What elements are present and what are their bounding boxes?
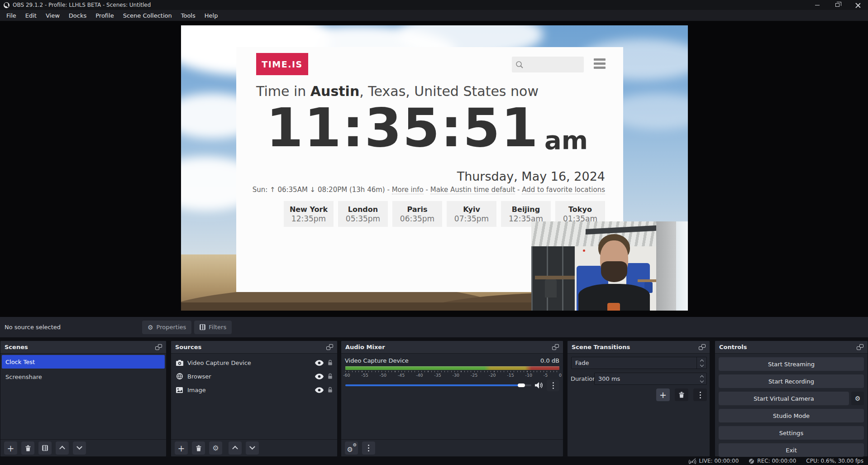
menu-docks[interactable]: Docks: [64, 10, 91, 21]
menu-help[interactable]: Help: [200, 10, 223, 21]
properties-button[interactable]: ⚙ Properties: [142, 321, 191, 334]
world-clock: New York12:35pm: [284, 201, 334, 227]
volume-meter-labels: -60-55-50-45-40-35-30-25-20-15-10-50: [343, 373, 562, 378]
add-scene-button[interactable]: +: [4, 441, 17, 455]
chevron-down-icon: [76, 444, 82, 450]
live-icon: [688, 458, 696, 464]
start-virtual-camera-button[interactable]: Start Virtual Camera: [719, 392, 849, 405]
popout-icon[interactable]: [699, 344, 706, 350]
popout-icon[interactable]: [552, 344, 559, 350]
duration-value: 300 ms: [595, 375, 697, 382]
duration-spinner[interactable]: 300 ms: [594, 373, 707, 385]
visibility-eye-icon[interactable]: [315, 387, 324, 393]
remove-scene-button[interactable]: [21, 441, 34, 455]
source-properties-button[interactable]: ⚙: [209, 441, 222, 455]
source-row-video-capture[interactable]: Video Capture Device: [171, 356, 337, 369]
webcam-person-beard: [601, 261, 627, 282]
scene-item-clock-test[interactable]: Clock Test: [2, 355, 165, 369]
image-icon: [176, 387, 183, 393]
scene-item-screenshare[interactable]: Screenshare: [2, 370, 165, 384]
studio-mode-button[interactable]: Studio Mode: [719, 409, 864, 422]
menu-tools[interactable]: Tools: [176, 10, 200, 21]
source-move-up-button[interactable]: [229, 441, 242, 455]
scenes-toolbar: +: [0, 439, 166, 456]
filters-button[interactable]: Filters: [194, 321, 232, 334]
unlock-icon[interactable]: [328, 360, 333, 366]
kebab-icon: [700, 394, 701, 396]
scene-label: Screenshare: [5, 374, 42, 380]
visibility-eye-icon[interactable]: [315, 374, 324, 379]
transition-select[interactable]: Fade: [571, 357, 707, 369]
filters-label: Filters: [209, 324, 226, 331]
unlock-icon[interactable]: [328, 387, 333, 393]
scenes-title: Scenes: [5, 344, 28, 350]
mixer-options-button[interactable]: [547, 380, 559, 391]
settings-button[interactable]: Settings: [719, 426, 864, 440]
gear-icon: ⚙: [148, 324, 153, 331]
gear-icon: ⚙: [855, 395, 861, 402]
menu-file[interactable]: File: [2, 10, 21, 21]
volume-meter: [345, 366, 559, 370]
menu-view[interactable]: View: [41, 10, 64, 21]
source-label: Image: [187, 387, 311, 393]
start-streaming-button[interactable]: Start Streaming: [719, 357, 864, 371]
speaker-icon[interactable]: [535, 382, 543, 388]
chevron-up-icon: [232, 446, 238, 452]
menu-scene-collection[interactable]: Scene Collection: [119, 10, 176, 21]
chevron-down-icon: [700, 363, 703, 366]
trash-icon: [196, 445, 201, 451]
source-label: Browser: [187, 373, 311, 380]
scene-filters-button[interactable]: [38, 441, 52, 455]
rec-status: REC: 00:00:00: [749, 458, 796, 464]
filter-icon: [200, 324, 205, 330]
kebab-icon: [553, 385, 554, 386]
preview-canvas[interactable]: TIME.IS Time in Austin, Texas, United St…: [181, 25, 688, 311]
world-clock: Kyiv07:35pm: [447, 201, 496, 227]
volume-slider-handle[interactable]: [518, 384, 525, 387]
scene-move-down-button[interactable]: [73, 441, 86, 455]
popout-icon[interactable]: [326, 344, 333, 350]
chevron-down-icon: [249, 444, 255, 450]
add-source-button[interactable]: +: [175, 441, 188, 455]
rec-icon: [749, 458, 754, 464]
advanced-audio-button[interactable]: ⚙⚙: [345, 441, 358, 455]
no-source-selected-label: No source selected: [5, 324, 61, 331]
unlock-icon[interactable]: [328, 373, 333, 379]
live-status: LIVE: 00:00:00: [688, 458, 739, 464]
remove-transition-button[interactable]: [675, 388, 688, 401]
restore-button[interactable]: [827, 0, 848, 10]
transition-value: Fade: [572, 360, 696, 366]
window-title: OBS 29.1.2 - Profile: LLHLS BETA - Scene…: [13, 2, 151, 8]
webcam-bright-window: [676, 221, 688, 311]
scene-move-up-button[interactable]: [56, 441, 69, 455]
exit-button[interactable]: Exit: [719, 443, 864, 457]
menu-edit[interactable]: Edit: [21, 10, 41, 21]
popout-icon[interactable]: [155, 344, 162, 350]
webcam-overlay: [531, 221, 688, 311]
minimize-button[interactable]: [807, 0, 827, 10]
popout-icon[interactable]: [857, 344, 863, 350]
start-recording-button[interactable]: Start Recording: [719, 374, 864, 388]
add-transition-button[interactable]: +: [656, 388, 670, 401]
audio-mixer-header: Audio Mixer: [341, 341, 563, 354]
remove-source-button[interactable]: [192, 441, 205, 455]
source-move-down-button[interactable]: [246, 441, 259, 455]
source-row-image[interactable]: Image: [171, 383, 337, 397]
visibility-eye-icon[interactable]: [315, 360, 324, 366]
globe-icon: [176, 373, 183, 379]
menu-profile[interactable]: Profile: [91, 10, 118, 21]
status-bar: LIVE: 00:00:00 REC: 00:00:00 CPU: 0.6%, …: [0, 457, 868, 465]
virtual-camera-config-button[interactable]: ⚙: [851, 392, 864, 405]
duration-label: Duration: [571, 375, 596, 382]
close-button[interactable]: [848, 0, 868, 10]
scenes-panel: Scenes Clock Test Screenshare +: [0, 340, 167, 457]
sources-toolbar: + ⚙: [171, 439, 337, 456]
transition-options-button[interactable]: [693, 388, 707, 401]
search-icon: [515, 61, 524, 69]
mixer-source-name: Video Capture Device: [345, 357, 409, 364]
duration-spinner-carets: [697, 373, 706, 384]
mixer-menu-button[interactable]: [362, 441, 375, 455]
volume-slider[interactable]: [345, 384, 531, 386]
webcam-person-shirt: [607, 303, 620, 311]
source-row-browser[interactable]: Browser: [171, 369, 337, 383]
